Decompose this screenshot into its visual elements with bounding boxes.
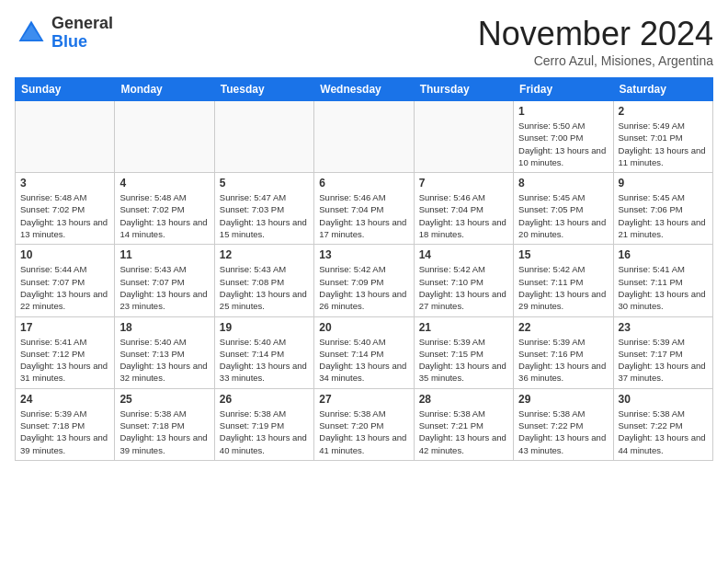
day-number: 1: [518, 105, 608, 118]
day-number: 27: [319, 393, 408, 406]
day-number: 28: [419, 393, 508, 406]
day-info: Sunrise: 5:39 AMSunset: 7:16 PMDaylight:…: [518, 336, 608, 385]
day-number: 17: [20, 321, 109, 334]
day-number: 16: [619, 248, 708, 261]
day-info: Sunrise: 5:38 AMSunset: 7:21 PMDaylight:…: [419, 408, 508, 456]
day-cell-14: 14Sunrise: 5:42 AMSunset: 7:10 PMDayligh…: [414, 245, 513, 316]
weekday-header-tuesday: Tuesday: [214, 78, 313, 101]
day-info: Sunrise: 5:43 AMSunset: 7:08 PMDaylight:…: [220, 263, 309, 312]
empty-cell: [115, 101, 214, 173]
day-info: Sunrise: 5:42 AMSunset: 7:11 PMDaylight:…: [518, 263, 608, 312]
day-info: Sunrise: 5:41 AMSunset: 7:12 PMDaylight:…: [20, 336, 109, 385]
day-info: Sunrise: 5:45 AMSunset: 7:06 PMDaylight:…: [619, 191, 708, 240]
day-number: 18: [119, 321, 209, 334]
day-number: 8: [518, 177, 608, 190]
logo-general: General: [51, 14, 113, 32]
day-cell-16: 16Sunrise: 5:41 AMSunset: 7:11 PMDayligh…: [613, 245, 712, 316]
day-cell-17: 17Sunrise: 5:41 AMSunset: 7:12 PMDayligh…: [16, 316, 115, 388]
week-row-4: 17Sunrise: 5:41 AMSunset: 7:12 PMDayligh…: [16, 316, 713, 388]
day-number: 11: [119, 248, 209, 261]
day-cell-27: 27Sunrise: 5:38 AMSunset: 7:20 PMDayligh…: [314, 388, 414, 460]
day-cell-3: 3Sunrise: 5:48 AMSunset: 7:02 PMDaylight…: [16, 173, 115, 245]
day-cell-4: 4Sunrise: 5:48 AMSunset: 7:02 PMDaylight…: [115, 173, 214, 245]
day-info: Sunrise: 5:38 AMSunset: 7:22 PMDaylight:…: [518, 408, 608, 456]
empty-cell: [414, 101, 513, 173]
day-info: Sunrise: 5:38 AMSunset: 7:18 PMDaylight:…: [119, 408, 209, 456]
day-number: 6: [319, 177, 408, 190]
day-info: Sunrise: 5:46 AMSunset: 7:04 PMDaylight:…: [419, 191, 508, 240]
day-cell-23: 23Sunrise: 5:39 AMSunset: 7:17 PMDayligh…: [613, 316, 712, 388]
logo-blue: Blue: [51, 32, 87, 51]
location-subtitle: Cerro Azul, Misiones, Argentina: [478, 53, 713, 68]
day-info: Sunrise: 5:38 AMSunset: 7:19 PMDaylight:…: [220, 408, 309, 456]
day-cell-5: 5Sunrise: 5:47 AMSunset: 7:03 PMDaylight…: [214, 173, 313, 245]
day-number: 25: [119, 393, 209, 406]
empty-cell: [16, 101, 115, 173]
weekday-header-sunday: Sunday: [16, 78, 115, 101]
day-number: 22: [518, 321, 608, 334]
day-info: Sunrise: 5:41 AMSunset: 7:11 PMDaylight:…: [619, 263, 708, 312]
week-row-1: 1Sunrise: 5:50 AMSunset: 7:00 PMDaylight…: [16, 101, 713, 173]
weekday-header-thursday: Thursday: [414, 78, 513, 101]
weekday-header-friday: Friday: [514, 78, 613, 101]
day-number: 5: [220, 177, 309, 190]
weekday-header-monday: Monday: [115, 78, 214, 101]
page-header: General Blue November 2024 Cerro Azul, M…: [15, 15, 713, 68]
day-info: Sunrise: 5:38 AMSunset: 7:22 PMDaylight:…: [619, 408, 708, 456]
day-number: 29: [518, 393, 608, 406]
day-info: Sunrise: 5:42 AMSunset: 7:09 PMDaylight:…: [319, 263, 408, 312]
day-cell-21: 21Sunrise: 5:39 AMSunset: 7:15 PMDayligh…: [414, 316, 513, 388]
day-number: 13: [319, 248, 408, 261]
day-info: Sunrise: 5:50 AMSunset: 7:00 PMDaylight:…: [518, 120, 608, 168]
empty-cell: [314, 101, 414, 173]
day-info: Sunrise: 5:39 AMSunset: 7:15 PMDaylight:…: [419, 336, 508, 385]
day-cell-30: 30Sunrise: 5:38 AMSunset: 7:22 PMDayligh…: [613, 388, 712, 460]
day-number: 24: [20, 393, 109, 406]
day-info: Sunrise: 5:48 AMSunset: 7:02 PMDaylight:…: [20, 191, 109, 240]
day-cell-8: 8Sunrise: 5:45 AMSunset: 7:05 PMDaylight…: [514, 173, 613, 245]
day-cell-28: 28Sunrise: 5:38 AMSunset: 7:21 PMDayligh…: [414, 388, 513, 460]
day-number: 12: [220, 248, 309, 261]
day-number: 4: [119, 177, 209, 190]
logo: General Blue: [15, 15, 113, 52]
day-cell-1: 1Sunrise: 5:50 AMSunset: 7:00 PMDaylight…: [514, 101, 613, 173]
day-number: 2: [619, 105, 708, 118]
weekday-header-row: SundayMondayTuesdayWednesdayThursdayFrid…: [16, 78, 713, 101]
logo-icon: [15, 17, 48, 50]
day-number: 30: [619, 393, 708, 406]
day-number: 21: [419, 321, 508, 334]
day-info: Sunrise: 5:48 AMSunset: 7:02 PMDaylight:…: [119, 191, 209, 240]
day-number: 10: [20, 248, 109, 261]
day-info: Sunrise: 5:46 AMSunset: 7:04 PMDaylight:…: [319, 191, 408, 240]
day-info: Sunrise: 5:42 AMSunset: 7:10 PMDaylight:…: [419, 263, 508, 312]
weekday-header-wednesday: Wednesday: [314, 78, 414, 101]
day-info: Sunrise: 5:40 AMSunset: 7:14 PMDaylight:…: [319, 336, 408, 385]
day-cell-15: 15Sunrise: 5:42 AMSunset: 7:11 PMDayligh…: [514, 245, 613, 316]
day-cell-24: 24Sunrise: 5:39 AMSunset: 7:18 PMDayligh…: [16, 388, 115, 460]
calendar-table: SundayMondayTuesdayWednesdayThursdayFrid…: [15, 77, 713, 461]
day-cell-9: 9Sunrise: 5:45 AMSunset: 7:06 PMDaylight…: [613, 173, 712, 245]
day-cell-11: 11Sunrise: 5:43 AMSunset: 7:07 PMDayligh…: [115, 245, 214, 316]
day-cell-18: 18Sunrise: 5:40 AMSunset: 7:13 PMDayligh…: [115, 316, 214, 388]
day-cell-20: 20Sunrise: 5:40 AMSunset: 7:14 PMDayligh…: [314, 316, 414, 388]
day-info: Sunrise: 5:38 AMSunset: 7:20 PMDaylight:…: [319, 408, 408, 456]
day-cell-29: 29Sunrise: 5:38 AMSunset: 7:22 PMDayligh…: [514, 388, 613, 460]
week-row-5: 24Sunrise: 5:39 AMSunset: 7:18 PMDayligh…: [16, 388, 713, 460]
day-cell-10: 10Sunrise: 5:44 AMSunset: 7:07 PMDayligh…: [16, 245, 115, 316]
day-cell-6: 6Sunrise: 5:46 AMSunset: 7:04 PMDaylight…: [314, 173, 414, 245]
empty-cell: [214, 101, 313, 173]
day-number: 9: [619, 177, 708, 190]
day-cell-22: 22Sunrise: 5:39 AMSunset: 7:16 PMDayligh…: [514, 316, 613, 388]
day-cell-13: 13Sunrise: 5:42 AMSunset: 7:09 PMDayligh…: [314, 245, 414, 316]
day-info: Sunrise: 5:39 AMSunset: 7:18 PMDaylight:…: [20, 408, 109, 456]
day-cell-12: 12Sunrise: 5:43 AMSunset: 7:08 PMDayligh…: [214, 245, 313, 316]
day-number: 15: [518, 248, 608, 261]
week-row-3: 10Sunrise: 5:44 AMSunset: 7:07 PMDayligh…: [16, 245, 713, 316]
day-info: Sunrise: 5:44 AMSunset: 7:07 PMDaylight:…: [20, 263, 109, 312]
week-row-2: 3Sunrise: 5:48 AMSunset: 7:02 PMDaylight…: [16, 173, 713, 245]
day-cell-26: 26Sunrise: 5:38 AMSunset: 7:19 PMDayligh…: [214, 388, 313, 460]
day-cell-2: 2Sunrise: 5:49 AMSunset: 7:01 PMDaylight…: [613, 101, 712, 173]
day-info: Sunrise: 5:49 AMSunset: 7:01 PMDaylight:…: [619, 120, 708, 168]
title-block: November 2024 Cerro Azul, Misiones, Arge…: [478, 15, 713, 68]
day-number: 19: [220, 321, 309, 334]
